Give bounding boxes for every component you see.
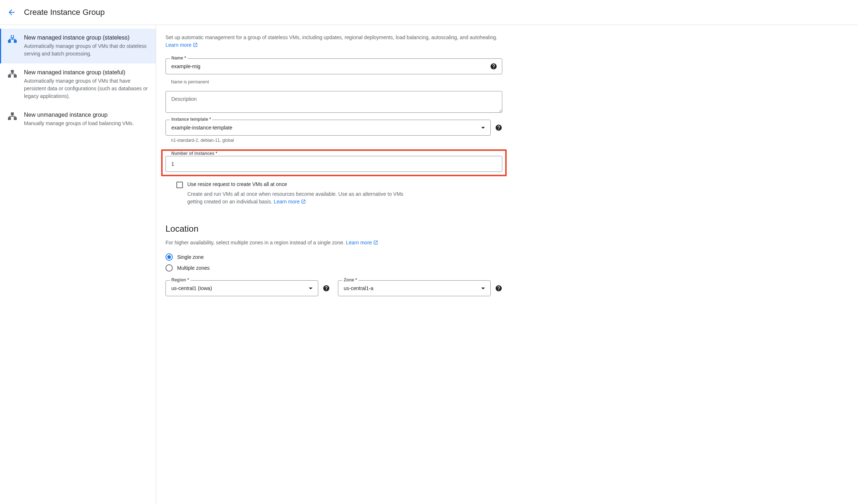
instance-template-select[interactable]: example-instance-template bbox=[166, 120, 491, 136]
num-instances-label: Number of instances * bbox=[170, 151, 219, 156]
resize-request-checkbox-row[interactable]: Use resize request to create VMs all at … bbox=[176, 181, 502, 188]
sidebar-item-stateful[interactable]: New managed instance group (stateful) Au… bbox=[0, 63, 156, 106]
location-desc: For higher availability, select multiple… bbox=[166, 240, 502, 246]
resize-request-desc: Create and run VMs all at once when reso… bbox=[187, 190, 420, 206]
main-content: Set up automatic management for a group … bbox=[156, 25, 512, 504]
region-label: Region * bbox=[170, 277, 191, 282]
instance-template-field-wrap: Instance template * example-instance-tem… bbox=[166, 120, 502, 136]
name-label: Name * bbox=[170, 55, 188, 61]
sidebar-item-desc: Automatically manage groups of VMs that … bbox=[24, 77, 148, 100]
svg-rect-10 bbox=[8, 75, 11, 78]
help-icon[interactable] bbox=[495, 285, 502, 292]
help-icon[interactable] bbox=[495, 124, 502, 131]
intro-text: Set up automatic management for a group … bbox=[166, 34, 502, 50]
instance-template-label: Instance template * bbox=[170, 117, 212, 122]
help-icon[interactable] bbox=[490, 63, 497, 70]
sidebar-item-title: New managed instance group (stateful) bbox=[24, 69, 148, 76]
instance-group-icon bbox=[7, 112, 17, 121]
chevron-down-icon bbox=[481, 288, 485, 289]
chevron-down-icon bbox=[481, 127, 485, 129]
svg-rect-4 bbox=[14, 40, 17, 43]
page-header: Create Instance Group bbox=[0, 0, 858, 25]
instance-group-icon bbox=[7, 70, 17, 79]
name-field: Name * bbox=[166, 58, 502, 74]
help-icon[interactable] bbox=[323, 285, 330, 292]
highlighted-number-of-instances: Number of instances * bbox=[161, 149, 507, 176]
svg-rect-2 bbox=[12, 35, 13, 36]
num-instances-field: Number of instances * bbox=[166, 154, 502, 172]
sidebar-item-title: New unmanaged instance group bbox=[24, 112, 148, 118]
region-zone-row: Region * us-central1 (Iowa) Zone * us-ce… bbox=[166, 280, 502, 296]
sidebar-item-unmanaged[interactable]: New unmanaged instance group Manually ma… bbox=[0, 106, 156, 133]
radio-multiple-zones[interactable]: Multiple zones bbox=[166, 264, 502, 272]
name-helper: Name is permanent bbox=[166, 77, 502, 84]
external-link-icon bbox=[373, 240, 378, 246]
region-select[interactable]: us-central1 (Iowa) bbox=[166, 280, 318, 296]
instance-group-icon bbox=[7, 35, 17, 44]
resize-request-checkbox[interactable] bbox=[176, 182, 183, 188]
arrow-left-icon bbox=[7, 8, 16, 17]
sidebar-item-desc: Automatically manage groups of VMs that … bbox=[24, 42, 148, 58]
zone-type-radio-group: Single zone Multiple zones bbox=[166, 253, 502, 272]
chevron-down-icon bbox=[309, 288, 312, 289]
resize-request-label: Use resize request to create VMs all at … bbox=[187, 181, 287, 187]
zone-field-wrap: Zone * us-central1-a bbox=[338, 280, 502, 296]
radio-button[interactable] bbox=[166, 264, 173, 272]
sidebar-item-title: New managed instance group (stateless) bbox=[24, 34, 148, 41]
sidebar: New managed instance group (stateless) A… bbox=[0, 25, 156, 504]
external-link-icon bbox=[193, 42, 198, 50]
learn-more-link[interactable]: Learn more bbox=[274, 199, 306, 205]
layout: New managed instance group (stateless) A… bbox=[0, 25, 858, 504]
back-button[interactable] bbox=[4, 5, 19, 20]
learn-more-link[interactable]: Learn more bbox=[166, 42, 198, 48]
svg-rect-11 bbox=[14, 75, 17, 78]
region-field-wrap: Region * us-central1 (Iowa) bbox=[166, 280, 330, 296]
name-input[interactable] bbox=[166, 58, 502, 74]
svg-rect-16 bbox=[11, 112, 14, 115]
radio-button[interactable] bbox=[166, 253, 173, 261]
zone-label: Zone * bbox=[342, 277, 359, 282]
sidebar-item-desc: Manually manage groups of load balancing… bbox=[24, 120, 148, 127]
learn-more-link[interactable]: Learn more bbox=[346, 240, 378, 245]
location-title: Location bbox=[166, 224, 502, 234]
description-input[interactable] bbox=[166, 91, 502, 113]
instance-template-helper: n1-standard-2, debian-11, global bbox=[166, 136, 502, 143]
external-link-icon bbox=[301, 199, 306, 206]
svg-rect-17 bbox=[8, 117, 11, 120]
svg-rect-9 bbox=[11, 70, 14, 73]
zone-select[interactable]: us-central1-a bbox=[338, 280, 491, 296]
sidebar-item-stateless[interactable]: New managed instance group (stateless) A… bbox=[0, 29, 156, 63]
page-title: Create Instance Group bbox=[24, 8, 105, 17]
radio-single-zone[interactable]: Single zone bbox=[166, 253, 502, 261]
svg-rect-18 bbox=[14, 117, 17, 120]
num-instances-input[interactable] bbox=[166, 156, 502, 172]
svg-rect-3 bbox=[8, 40, 11, 43]
